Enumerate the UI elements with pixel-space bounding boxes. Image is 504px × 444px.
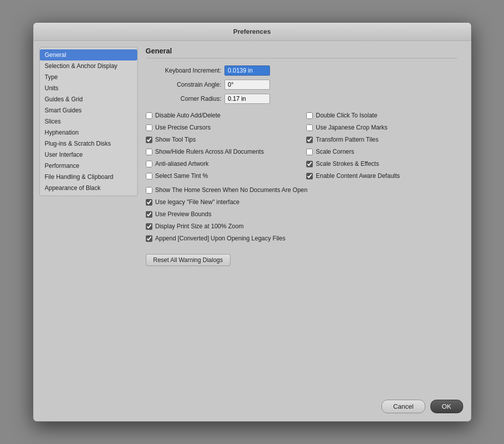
field-input-2[interactable] — [225, 94, 270, 104]
checkbox-label-right-2: Transform Pattern Tiles — [316, 136, 378, 143]
checkbox-input-right-4[interactable] — [306, 161, 313, 167]
checkbox-label-right-3: Scale Corners — [316, 148, 354, 155]
checkbox-input-bottom-3[interactable] — [146, 223, 152, 230]
checkboxes-right-col: Double Click To IsolateUse Japanese Crop… — [306, 112, 457, 179]
sidebar-item-file-handling--clipboard[interactable]: File Handling & Clipboard — [40, 171, 137, 182]
checkbox-label-bottom-0: Show The Home Screen When No Documents A… — [155, 186, 308, 194]
checkbox-input-bottom-4[interactable] — [146, 235, 152, 242]
sidebar-item-hyphenation[interactable]: Hyphenation — [40, 127, 137, 138]
sidebar-item-user-interface[interactable]: User Interface — [40, 149, 137, 160]
checkbox-input-bottom-1[interactable] — [146, 199, 152, 206]
checkbox-right-5[interactable]: Enable Content Aware Defaults — [306, 172, 457, 179]
checkbox-label-bottom-1: Use legacy "File New" interface — [155, 199, 240, 206]
checkbox-label-bottom-2: Use Preview Bounds — [155, 211, 211, 218]
checkbox-right-0[interactable]: Double Click To Isolate — [306, 112, 457, 119]
checkbox-input-left-3[interactable] — [146, 149, 152, 155]
checkbox-label-right-1: Use Japanese Crop Marks — [316, 124, 387, 131]
checkboxes-bottom-col: Show The Home Screen When No Documents A… — [146, 186, 457, 242]
checkbox-label-left-0: Disable Auto Add/Delete — [155, 112, 220, 119]
section-title: General — [146, 47, 457, 55]
sidebar-item-general[interactable]: General — [40, 49, 137, 60]
checkbox-input-left-5[interactable] — [146, 173, 152, 179]
field-input-1[interactable] — [225, 80, 270, 90]
checkbox-input-right-3[interactable] — [306, 149, 313, 155]
window-title: Preferences — [233, 28, 270, 35]
title-bar: Preferences — [33, 23, 471, 41]
cancel-button[interactable]: Cancel — [381, 400, 425, 413]
checkbox-input-right-1[interactable] — [306, 124, 313, 131]
checkbox-left-3[interactable]: Show/Hide Rulers Across All Documents — [146, 148, 297, 155]
field-label-1: Constrain Angle: — [146, 81, 221, 88]
checkbox-left-5[interactable]: Select Same Tint % — [146, 172, 297, 179]
checkboxes-left-col: Disable Auto Add/DeleteUse Precise Curso… — [146, 112, 297, 179]
sidebar-item-selection--anchor-display[interactable]: Selection & Anchor Display — [40, 60, 137, 72]
field-row-2: Corner Radius: — [146, 94, 457, 104]
sidebar-item-type[interactable]: Type — [40, 72, 137, 83]
checkbox-left-2[interactable]: Show Tool Tips — [146, 136, 297, 143]
checkbox-label-right-4: Scale Strokes & Effects — [316, 160, 379, 167]
footer: Cancel OK — [33, 394, 471, 421]
checkbox-input-bottom-2[interactable] — [146, 211, 152, 218]
content-area: GeneralSelection & Anchor DisplayTypeUni… — [33, 41, 471, 394]
section-divider — [146, 58, 457, 58]
checkbox-left-0[interactable]: Disable Auto Add/Delete — [146, 112, 297, 119]
checkbox-bottom-4[interactable]: Append [Converted] Upon Opening Legacy F… — [146, 235, 457, 242]
checkbox-label-left-5: Select Same Tint % — [155, 172, 208, 179]
field-label-0: Keyboard Increment: — [146, 67, 221, 74]
reset-warning-dialogs-button[interactable]: Reset All Warning Dialogs — [146, 254, 231, 266]
checkbox-label-bottom-3: Display Print Size at 100% Zoom — [155, 223, 244, 230]
checkbox-right-3[interactable]: Scale Corners — [306, 148, 457, 155]
sidebar-item-smart-guides[interactable]: Smart Guides — [40, 105, 137, 116]
sidebar-item-slices[interactable]: Slices — [40, 116, 137, 127]
field-row-0: Keyboard Increment: — [146, 66, 457, 76]
field-row-1: Constrain Angle: — [146, 80, 457, 90]
preferences-window: Preferences GeneralSelection & Anchor Di… — [33, 22, 472, 422]
sidebar-item-units[interactable]: Units — [40, 83, 137, 94]
checkbox-bottom-1[interactable]: Use legacy "File New" interface — [146, 199, 457, 206]
checkbox-bottom-3[interactable]: Display Print Size at 100% Zoom — [146, 223, 457, 230]
checkbox-input-right-2[interactable] — [306, 137, 313, 143]
checkbox-label-left-2: Show Tool Tips — [155, 136, 196, 143]
checkbox-left-1[interactable]: Use Precise Cursors — [146, 124, 297, 131]
checkbox-bottom-2[interactable]: Use Preview Bounds — [146, 211, 457, 218]
checkbox-label-left-1: Use Precise Cursors — [155, 124, 211, 131]
checkbox-label-right-0: Double Click To Isolate — [316, 112, 377, 119]
checkboxes-two-col: Disable Auto Add/DeleteUse Precise Curso… — [146, 112, 457, 179]
checkbox-input-left-0[interactable] — [146, 112, 152, 119]
checkbox-right-2[interactable]: Transform Pattern Tiles — [306, 136, 457, 143]
checkbox-label-left-3: Show/Hide Rulers Across All Documents — [155, 148, 264, 155]
sidebar-item-plug-ins--scratch-disks[interactable]: Plug-ins & Scratch Disks — [40, 138, 137, 149]
checkbox-input-bottom-0[interactable] — [146, 187, 152, 194]
sidebar-item-guides--grid[interactable]: Guides & Grid — [40, 94, 137, 105]
checkbox-input-right-0[interactable] — [306, 112, 313, 119]
fields-area: Keyboard Increment:Constrain Angle:Corne… — [146, 66, 457, 104]
main-panel: General Keyboard Increment:Constrain Ang… — [138, 47, 465, 388]
sidebar-item-appearance-of-black[interactable]: Appearance of Black — [40, 182, 137, 194]
field-input-0[interactable] — [225, 66, 270, 76]
checkbox-bottom-0[interactable]: Show The Home Screen When No Documents A… — [146, 186, 457, 194]
sidebar-item-performance[interactable]: Performance — [40, 160, 137, 171]
checkbox-input-left-1[interactable] — [146, 124, 152, 131]
checkbox-right-1[interactable]: Use Japanese Crop Marks — [306, 124, 457, 131]
sidebar: GeneralSelection & Anchor DisplayTypeUni… — [39, 47, 138, 196]
checkbox-label-bottom-4: Append [Converted] Upon Opening Legacy F… — [155, 235, 286, 242]
field-label-2: Corner Radius: — [146, 95, 221, 102]
checkbox-input-left-2[interactable] — [146, 137, 152, 143]
ok-button[interactable]: OK — [430, 400, 463, 413]
checkbox-right-4[interactable]: Scale Strokes & Effects — [306, 160, 457, 167]
checkbox-label-left-4: Anti-aliased Artwork — [155, 160, 209, 167]
checkbox-left-4[interactable]: Anti-aliased Artwork — [146, 160, 297, 167]
checkbox-input-right-5[interactable] — [306, 173, 313, 179]
checkbox-input-left-4[interactable] — [146, 161, 152, 167]
checkbox-label-right-5: Enable Content Aware Defaults — [316, 172, 400, 179]
